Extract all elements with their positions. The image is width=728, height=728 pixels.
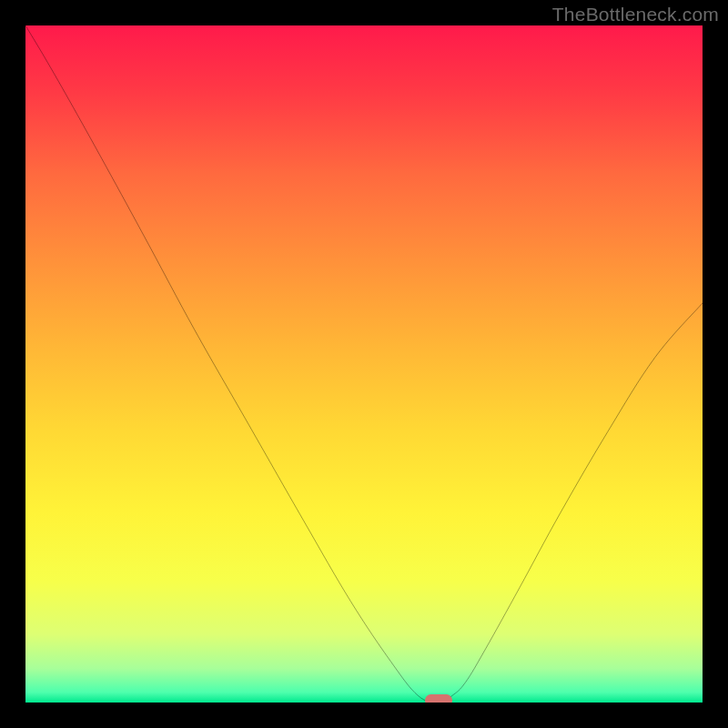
chart-frame: TheBottleneck.com bbox=[0, 0, 728, 728]
curve-path bbox=[25, 25, 703, 703]
watermark-text: TheBottleneck.com bbox=[552, 4, 719, 25]
bottleneck-curve bbox=[25, 25, 703, 703]
plot-area bbox=[25, 25, 703, 703]
optimum-marker bbox=[425, 694, 452, 703]
